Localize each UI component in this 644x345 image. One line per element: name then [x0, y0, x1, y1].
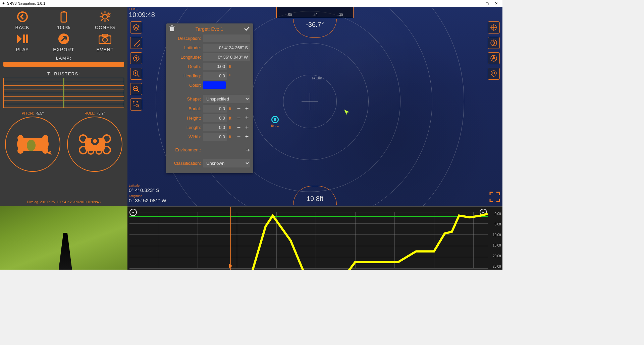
- svg-point-18: [103, 38, 107, 42]
- arrow-right-icon[interactable]: ➔: [246, 147, 250, 153]
- center-target-button[interactable]: [488, 21, 500, 33]
- zoom-in-button[interactable]: [130, 68, 142, 80]
- rov-top-icon: [75, 129, 115, 159]
- divelog-label: Divelog_20190925_100541: 25/09/2019 10:0…: [0, 200, 127, 204]
- battery-icon: [57, 10, 70, 23]
- trash-icon[interactable]: [169, 25, 175, 32]
- battery-indicator: 100%: [44, 10, 83, 30]
- svg-rect-50: [133, 101, 138, 105]
- event-marker[interactable]: Evt: 1: [271, 116, 279, 127]
- target-help-button[interactable]: ?: [130, 52, 142, 64]
- thrusters-label: THRUSTERS:: [3, 71, 125, 76]
- width-input[interactable]: [203, 133, 227, 141]
- svg-line-48: [137, 90, 139, 92]
- svg-point-29: [79, 146, 87, 154]
- svg-line-9: [107, 19, 109, 21]
- minus-button[interactable]: −: [236, 133, 242, 140]
- svg-rect-13: [23, 34, 25, 43]
- height-input[interactable]: [203, 114, 227, 122]
- minimize-icon[interactable]: —: [476, 1, 479, 6]
- svg-line-34: [135, 44, 135, 45]
- sonar-map[interactable]: 14.2mi -50-40-30 -36.7° 19.8ft Evt: 1 TI…: [127, 7, 502, 206]
- plus-button[interactable]: +: [244, 115, 250, 122]
- window-titlebar: ✦ SRV8 Navigation: 1.0.1 — ▢ ✕: [0, 0, 502, 7]
- event-button[interactable]: EVENT: [86, 32, 125, 52]
- chart-y-ticks: 0.0ft5.0ft 10.0ft15.0ft 20.0ft25.0ft: [493, 212, 501, 268]
- minus-button[interactable]: −: [236, 105, 242, 112]
- svg-point-0: [18, 12, 27, 21]
- target-title: Target: Evt: 1: [175, 26, 244, 32]
- depth-input[interactable]: [203, 63, 227, 70]
- camera-icon: [98, 32, 112, 46]
- waypoint-button[interactable]: [488, 68, 500, 80]
- depth-chart[interactable]: ◄ ► 0.0ft5.0ft 10.0ft15.0ft 20.0ft25.0ft: [127, 206, 502, 270]
- svg-rect-33: [134, 40, 140, 47]
- svg-point-58: [493, 72, 495, 74]
- plus-button[interactable]: +: [244, 133, 250, 140]
- plus-button[interactable]: +: [244, 124, 250, 131]
- svg-rect-61: [171, 25, 173, 26]
- gear-icon: [98, 10, 112, 23]
- back-arrow-icon: [16, 10, 29, 23]
- svg-point-20: [42, 135, 48, 141]
- fullscreen-button[interactable]: [489, 191, 500, 204]
- svg-line-52: [138, 107, 139, 108]
- description-input[interactable]: [203, 34, 250, 42]
- svg-marker-12: [17, 34, 22, 43]
- svg-rect-14: [26, 34, 28, 43]
- ruler-button[interactable]: [130, 37, 142, 49]
- longitude-input[interactable]: [203, 53, 250, 61]
- map-tools-right: [488, 21, 500, 80]
- svg-point-21: [17, 148, 23, 154]
- color-swatch[interactable]: [203, 81, 226, 89]
- svg-rect-2: [63, 11, 65, 12]
- range-label: 14.2mi: [312, 76, 322, 80]
- minus-button[interactable]: −: [236, 124, 242, 131]
- time-readout: TIME 10:09:48: [129, 7, 155, 19]
- zoom-out-button[interactable]: [130, 83, 142, 95]
- marker-dot-icon: [271, 116, 279, 123]
- window-title: SRV8 Navigation: 1.0.1: [7, 1, 45, 5]
- close-icon[interactable]: ✕: [495, 1, 498, 6]
- length-input[interactable]: [203, 124, 227, 131]
- svg-rect-64: [173, 27, 173, 30]
- svg-text:?: ?: [135, 56, 137, 60]
- config-button[interactable]: CONFIG: [86, 10, 125, 30]
- svg-line-11: [101, 19, 103, 21]
- camera-feed[interactable]: [0, 206, 127, 270]
- svg-point-23: [27, 140, 36, 151]
- svg-rect-1: [61, 12, 66, 22]
- svg-line-44: [137, 75, 139, 77]
- svg-line-36: [137, 42, 137, 43]
- lamp-slider[interactable]: [3, 62, 124, 67]
- svg-point-27: [79, 135, 87, 142]
- plus-button[interactable]: +: [244, 105, 250, 112]
- play-button[interactable]: PLAY: [3, 32, 42, 52]
- heading-input[interactable]: [203, 72, 227, 80]
- svg-point-19: [17, 135, 23, 141]
- rov-side-icon: [13, 129, 53, 159]
- svg-point-26: [93, 139, 97, 143]
- minus-button[interactable]: −: [236, 115, 242, 122]
- back-button[interactable]: BACK: [3, 10, 42, 30]
- compass-ruler: -50-40-30: [276, 7, 354, 18]
- north-up-button[interactable]: [488, 52, 500, 64]
- latitude-input[interactable]: [203, 44, 250, 52]
- maximize-icon[interactable]: ▢: [485, 1, 489, 6]
- classification-select[interactable]: Unknown: [203, 159, 250, 167]
- svg-rect-62: [171, 27, 171, 30]
- svg-point-28: [103, 135, 110, 142]
- export-icon: [57, 32, 70, 46]
- svg-point-51: [136, 104, 139, 107]
- play-pause-icon: [16, 32, 29, 46]
- zoom-box-button[interactable]: [130, 98, 142, 111]
- shape-select[interactable]: Unspecified: [203, 95, 250, 103]
- confirm-icon[interactable]: [244, 26, 250, 32]
- burial-input[interactable]: [203, 105, 227, 113]
- layers-button[interactable]: [130, 21, 142, 33]
- export-button[interactable]: EXPORT: [44, 32, 83, 52]
- target-panel: Target: Evt: 1 Description: Latitude: Lo…: [166, 23, 253, 173]
- chart-playhead[interactable]: [230, 207, 231, 270]
- svg-point-30: [103, 146, 110, 154]
- compass-button[interactable]: [488, 37, 500, 49]
